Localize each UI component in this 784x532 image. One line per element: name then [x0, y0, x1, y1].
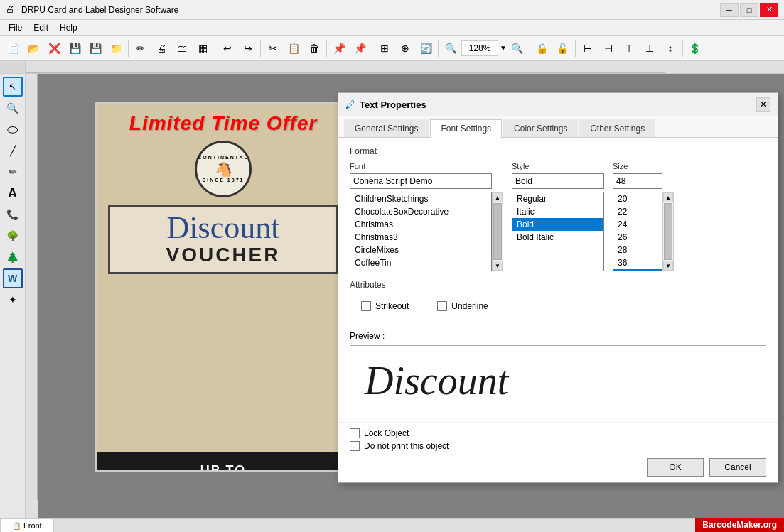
watermark: BarcodeMaker.org [695, 518, 784, 532]
style-list-item[interactable]: Bold [512, 218, 603, 231]
size-scroll-down[interactable]: ▼ [663, 261, 673, 271]
text-properties-dialog[interactable]: 🖊 Text Properties ✕ General Settings Fon… [338, 92, 778, 483]
front-tab-label: Front [23, 521, 42, 530]
font-list[interactable]: ChildrenSketchingsChocolateBoxDecorative… [350, 192, 492, 271]
cancel-button[interactable]: Cancel [709, 458, 766, 477]
size-input[interactable] [613, 173, 662, 189]
align-center-btn[interactable]: ⊣ [598, 38, 618, 58]
font-scroll-thumb[interactable] [493, 203, 502, 260]
strikeout-checkbox[interactable] [361, 301, 371, 311]
font-list-item[interactable]: Christmas [350, 218, 491, 231]
lock-object-checkbox[interactable] [350, 428, 360, 438]
ok-button[interactable]: OK [647, 458, 704, 477]
no-print-checkbox[interactable] [350, 441, 360, 451]
maximize-button[interactable]: □ [740, 3, 758, 17]
size-list-item[interactable]: 48 [613, 269, 662, 271]
font-list-item[interactable]: CircleMixes [350, 244, 491, 256]
database-button[interactable]: 🗃 [172, 38, 192, 58]
save-button[interactable]: 💾 [65, 38, 85, 58]
delete-button[interactable]: 🗑 [304, 38, 324, 58]
zoom-input[interactable] [461, 40, 498, 56]
redo-button[interactable]: ↪ [238, 38, 258, 58]
distribute-btn[interactable]: ↕ [660, 38, 680, 58]
font-input[interactable] [350, 173, 492, 189]
size-column: Size 2022242628364872 ▲ ▼ [613, 162, 674, 271]
font-scroll-up[interactable]: ▲ [493, 192, 503, 202]
grid-button[interactable]: ⊞ [375, 38, 394, 58]
star-tool[interactable]: ✦ [3, 290, 23, 310]
align-bottom-btn[interactable]: ⊥ [640, 38, 660, 58]
front-tab[interactable]: 📋 Front [0, 519, 54, 532]
open-button[interactable]: 📂 [23, 38, 43, 58]
tree-tool[interactable]: 🌳 [3, 226, 23, 246]
tab-general-settings[interactable]: General Settings [344, 119, 429, 137]
size-list-item[interactable]: 28 [613, 244, 662, 256]
ellipse-tool[interactable]: ⬭ [3, 119, 23, 139]
copy-button[interactable]: 📋 [284, 38, 304, 58]
rotate-button[interactable]: 🔄 [416, 38, 436, 58]
size-list-item[interactable]: 36 [613, 256, 662, 269]
font-list-item[interactable]: ChocolateBoxDecorative [350, 205, 491, 218]
word-tool[interactable]: W [3, 268, 23, 288]
dialog-close-button[interactable]: ✕ [756, 97, 770, 112]
style-list[interactable]: RegularItalicBoldBold Italic [512, 192, 604, 271]
align-top-btn[interactable]: ⊤ [619, 38, 639, 58]
barcode-button[interactable]: ▦ [193, 38, 213, 58]
minimize-button[interactable]: ─ [720, 3, 739, 17]
no-print-attr: Do not print this object [350, 441, 766, 451]
save-as-button[interactable]: 💾 [85, 38, 105, 58]
style-list-item[interactable]: Regular [512, 192, 603, 205]
font-scrollbar[interactable]: ▲ ▼ [492, 192, 503, 271]
tab-color-settings[interactable]: Color Settings [503, 119, 578, 137]
size-scroll-thumb[interactable] [664, 203, 672, 260]
size-scrollbar[interactable]: ▲ ▼ [662, 192, 674, 271]
size-list-item[interactable]: 20 [613, 192, 662, 205]
dollar-button[interactable]: 💲 [685, 38, 705, 58]
select-tool[interactable]: ↖ [3, 77, 23, 97]
tab-other-settings[interactable]: Other Settings [579, 119, 655, 137]
zoom-in-btn[interactable]: 🔍 [508, 38, 527, 58]
size-list-item[interactable]: 22 [613, 205, 662, 218]
size-list[interactable]: 2022242628364872 [613, 192, 662, 271]
menu-help[interactable]: Help [54, 21, 83, 34]
image-tool[interactable]: 🌲 [3, 247, 23, 267]
pencil-tool[interactable]: ✏ [3, 162, 23, 182]
attributes-section: Attributes Strikeout Underline [350, 280, 766, 317]
phone-tool[interactable]: 📞 [3, 205, 23, 224]
font-list-item[interactable]: CoffeeTin [350, 256, 491, 269]
size-scroll-up[interactable]: ▲ [663, 192, 673, 202]
underline-checkbox[interactable] [437, 301, 447, 311]
style-list-item[interactable]: Bold Italic [512, 231, 603, 244]
menu-file[interactable]: File [3, 21, 28, 34]
style-input[interactable] [512, 173, 604, 189]
size-list-item[interactable]: 26 [613, 231, 662, 244]
align-left-btn[interactable]: ⊢ [578, 38, 598, 58]
close-file-button[interactable]: ❌ [44, 38, 64, 58]
paste-button[interactable]: 📌 [329, 38, 349, 58]
tab-font-settings[interactable]: Font Settings [430, 119, 502, 138]
lock-object-label: Lock Object [364, 428, 409, 438]
text-tool[interactable]: A [3, 183, 23, 203]
lock-button[interactable]: 🔒 [532, 38, 552, 58]
font-list-item[interactable]: Christmas3 [350, 231, 491, 244]
paste2-button[interactable]: 📌 [350, 38, 370, 58]
size-list-item[interactable]: 24 [613, 218, 662, 231]
new-button[interactable]: 📄 [3, 38, 23, 58]
position-button[interactable]: ⊕ [395, 38, 415, 58]
menu-edit[interactable]: Edit [28, 21, 54, 34]
font-list-scroll: ChildrenSketchingsChocolateBoxDecorative… [350, 192, 503, 271]
close-button[interactable]: ✕ [760, 3, 778, 17]
line-tool[interactable]: ╱ [3, 141, 23, 161]
print-button[interactable]: 🖨 [151, 38, 171, 58]
undo-button[interactable]: ↩ [218, 38, 237, 58]
style-list-item[interactable]: Italic [512, 205, 603, 218]
lock2-button[interactable]: 🔓 [553, 38, 573, 58]
font-list-item[interactable]: Comic Sans MS [350, 269, 491, 271]
edit-button[interactable]: ✏ [131, 38, 151, 58]
zoom-tool[interactable]: 🔍 [3, 98, 23, 118]
cut-button[interactable]: ✂ [263, 38, 283, 58]
font-list-item[interactable]: ChildrenSketchings [350, 192, 491, 205]
font-scroll-down[interactable]: ▼ [493, 261, 503, 271]
folder-button[interactable]: 📁 [106, 38, 126, 58]
zoom-out-btn[interactable]: 🔍 [441, 38, 461, 58]
